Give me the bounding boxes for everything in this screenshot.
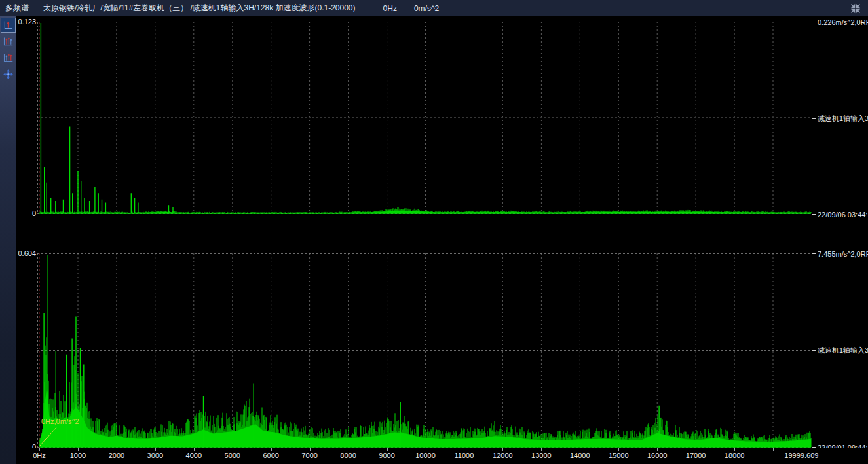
x-tick-label: 1000 [70, 452, 86, 459]
right-tick [812, 22, 816, 22]
x-tick-label: 7000 [301, 452, 317, 459]
measurement-path: 太原钢铁/冷轧厂/宽幅/11#左卷取机（三） /减速机1轴输入3H/128k 加… [43, 3, 356, 14]
spectrum-plot-bottom[interactable]: 0Hz,0m/s^2 [37, 253, 812, 448]
plot2-scale-label: 7.455m/s^2,0RPM [818, 250, 868, 258]
x-tick [155, 448, 156, 451]
tool-multi-spectrum-b-button[interactable] [1, 51, 15, 65]
x-tick-label: 8000 [340, 452, 356, 459]
x-tick-label: 4000 [186, 452, 202, 459]
cursor-callout-label: 0Hz,0m/s^2 [41, 418, 79, 425]
x-tick [812, 448, 812, 451]
plot1-time-label: 22/09/06 03:44:2 [818, 211, 868, 219]
spectrum-plot-top[interactable] [37, 22, 812, 214]
x-tick [78, 448, 79, 451]
tool-pan-move-button[interactable] [1, 67, 15, 81]
x-tick [464, 448, 464, 451]
x-tick [271, 448, 272, 451]
x-tick-label: 18000 [725, 452, 745, 459]
x-tick-label: 5000 [225, 452, 240, 459]
grid-vertical [78, 22, 773, 214]
x-tick [657, 448, 658, 451]
cursor-frequency-readout: 0Hz [383, 4, 397, 13]
x-tick-label: 19999.609 [784, 452, 818, 459]
x-tick [773, 448, 774, 451]
x-tick-label: 12000 [493, 452, 513, 459]
plot1-scale-label: 0.226m/s^2,0RPM [818, 18, 868, 26]
frequency-axis: 0Hz1000200030004000500060007000800090001… [0, 448, 868, 464]
x-tick [696, 448, 696, 451]
x-tick-label: 2000 [109, 452, 124, 459]
x-tick [541, 448, 542, 451]
plot1-time-label-row: 22/09/06 03:44:2 [812, 210, 868, 219]
x-tick-label: 3000 [147, 452, 163, 459]
x-tick-label: 13000 [531, 452, 552, 459]
x-tick [734, 448, 735, 451]
x-tick-label: 14000 [570, 452, 590, 459]
right-tick [812, 214, 816, 215]
pan-move-icon [3, 69, 14, 80]
app-title: 多频谱 [5, 3, 29, 14]
x-tick [387, 448, 388, 451]
toolbar-sidebar [0, 16, 16, 464]
spectrum-trace [39, 337, 811, 447]
plot1-channel-label-row: 减速机1轴输入3H [812, 115, 868, 123]
x-tick [233, 448, 233, 451]
x-tick [117, 448, 117, 451]
x-tick [349, 448, 349, 451]
x-tick-label: 11000 [455, 452, 474, 459]
right-tick [812, 118, 816, 119]
multi-spectrum-b-icon [3, 52, 14, 63]
tool-single-spectrum-button[interactable] [1, 18, 15, 32]
x-tick [580, 448, 580, 451]
x-tick [426, 448, 426, 451]
titlebar: 多频谱 太原钢铁/冷轧厂/宽幅/11#左卷取机（三） /减速机1轴输入3H/12… [0, 0, 868, 16]
x-tick-label: 17000 [686, 452, 706, 459]
grid-vertical [78, 253, 773, 448]
x-tick-label: 6000 [263, 452, 278, 459]
plot1-channel-label: 减速机1轴输入3H [818, 115, 868, 123]
x-tick [39, 448, 40, 451]
cursor-amplitude-readout: 0m/s^2 [414, 4, 439, 13]
x-tick-label: 9000 [379, 452, 394, 459]
plot1-ymax-label: 0.123 [16, 18, 36, 26]
x-tick [618, 448, 619, 451]
collapse-icon[interactable] [850, 3, 861, 14]
x-tick-label: 15000 [609, 452, 629, 459]
right-tick [812, 350, 816, 351]
plot2-channel-label-row: 减速机1轴输入3H [812, 346, 868, 355]
x-tick [310, 448, 311, 451]
plot2-ymax-label: 0.604 [16, 249, 36, 257]
tool-multi-spectrum-a-button[interactable] [1, 35, 15, 48]
x-tick [194, 448, 195, 451]
multi-spectrum-a-icon [3, 36, 14, 47]
plot-border [37, 22, 812, 214]
x-tick [502, 448, 503, 451]
x-tick-label: 10000 [415, 452, 436, 459]
single-spectrum-icon [3, 20, 14, 31]
plot1-yzero-label: 0 [16, 209, 36, 217]
plot2-channel-label: 减速机1轴输入3H [818, 346, 868, 355]
x-tick-label: 16000 [647, 452, 668, 459]
plot2-scale-label-row: 7.455m/s^2,0RPM [812, 249, 868, 258]
x-tick-label: 0Hz [33, 452, 46, 459]
right-tick [812, 253, 816, 254]
plot1-scale-label-row: 0.226m/s^2,0RPM [812, 18, 868, 26]
